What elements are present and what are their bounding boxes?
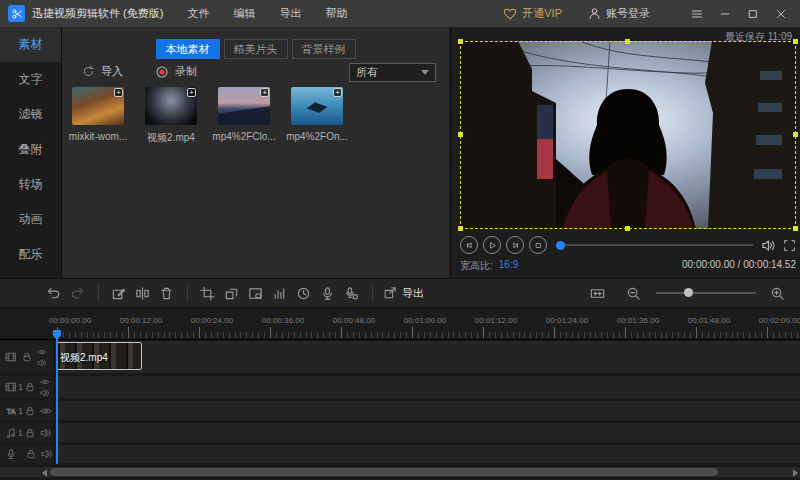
scale-button[interactable] bbox=[220, 282, 242, 304]
menu-help[interactable]: 帮助 bbox=[325, 6, 347, 21]
sidebar-item-media[interactable]: 素材 bbox=[0, 27, 61, 62]
sidebar-item-music[interactable]: 配乐 bbox=[0, 237, 61, 272]
sidebar-item-filter[interactable]: 滤镜 bbox=[0, 97, 61, 132]
seek-bar[interactable] bbox=[556, 241, 753, 250]
resize-handle[interactable] bbox=[458, 226, 463, 231]
mute-speaker-icon[interactable] bbox=[41, 448, 53, 460]
media-thumbnail[interactable]: + bbox=[145, 87, 197, 125]
play-button[interactable] bbox=[483, 236, 501, 254]
track-music-lane[interactable] bbox=[55, 423, 800, 442]
voice-change-icon bbox=[344, 286, 359, 301]
voice-change-button[interactable] bbox=[340, 282, 362, 304]
track-text-lane[interactable] bbox=[55, 401, 800, 420]
prev-frame-button[interactable] bbox=[460, 236, 478, 254]
resize-handle[interactable] bbox=[793, 132, 798, 137]
lock-icon[interactable] bbox=[25, 448, 37, 460]
add-to-timeline-icon[interactable]: + bbox=[187, 88, 196, 97]
minimize-icon bbox=[719, 8, 731, 20]
sidebar-item-animation[interactable]: 动画 bbox=[0, 202, 61, 237]
edit-clip-button[interactable] bbox=[107, 282, 129, 304]
visibility-eye-icon[interactable] bbox=[37, 347, 47, 357]
media-filter-dropdown[interactable]: 所有 bbox=[349, 63, 436, 82]
zoom-slider[interactable] bbox=[656, 292, 756, 294]
media-item[interactable]: + mp4%2FOn... bbox=[291, 87, 343, 145]
duration-button[interactable] bbox=[292, 282, 314, 304]
resize-handle[interactable] bbox=[625, 226, 630, 231]
maximize-button[interactable] bbox=[742, 5, 764, 23]
delete-button[interactable] bbox=[155, 282, 177, 304]
track-video: 视频2.mp4 bbox=[0, 341, 800, 373]
scale-icon bbox=[224, 286, 239, 301]
aspect-ratio-value[interactable]: 16:9 bbox=[499, 259, 518, 273]
visibility-eye-icon[interactable] bbox=[40, 405, 52, 417]
tab-local-media[interactable]: 本地素材 bbox=[156, 39, 220, 59]
scrollbar-thumb[interactable] bbox=[50, 468, 718, 476]
volume-icon[interactable] bbox=[761, 238, 776, 253]
media-thumbnail[interactable]: + bbox=[72, 87, 124, 125]
resize-handle[interactable] bbox=[625, 39, 630, 44]
media-item[interactable]: + 视频2.mp4 bbox=[145, 87, 197, 145]
timeline-clip[interactable]: 视频2.mp4 bbox=[57, 342, 142, 370]
split-button[interactable] bbox=[131, 282, 153, 304]
media-item[interactable]: + mp4%2FClo... bbox=[218, 87, 270, 145]
add-to-timeline-icon[interactable]: + bbox=[260, 88, 269, 97]
sidebar-item-text[interactable]: 文字 bbox=[0, 62, 61, 97]
sidebar-item-overlay[interactable]: 叠附 bbox=[0, 132, 61, 167]
track-overlay-lane[interactable] bbox=[55, 376, 800, 398]
menu-file[interactable]: 文件 bbox=[187, 6, 209, 21]
seek-track[interactable] bbox=[565, 244, 753, 246]
menu-edit[interactable]: 编辑 bbox=[233, 6, 255, 21]
export-button[interactable]: 导出 bbox=[383, 286, 424, 301]
timeline-panel: 00:00:00.00 00:00:12.00 00:00:24.00 00:0… bbox=[0, 310, 800, 480]
minimize-button[interactable] bbox=[714, 5, 736, 23]
lock-icon[interactable] bbox=[24, 427, 36, 439]
mute-speaker-icon[interactable] bbox=[40, 388, 50, 398]
zoom-out-button[interactable] bbox=[622, 282, 644, 304]
media-thumbnail[interactable]: + bbox=[218, 87, 270, 125]
tab-intro-templates[interactable]: 精美片头 bbox=[224, 39, 288, 59]
media-thumbnail[interactable]: + bbox=[291, 87, 343, 125]
resize-handle[interactable] bbox=[458, 132, 463, 137]
mosaic-button[interactable] bbox=[244, 282, 266, 304]
lock-icon[interactable] bbox=[21, 351, 33, 363]
stop-button[interactable] bbox=[529, 236, 547, 254]
seek-handle[interactable] bbox=[556, 241, 565, 250]
menu-export[interactable]: 导出 bbox=[279, 6, 301, 21]
mute-speaker-icon[interactable] bbox=[37, 358, 47, 368]
redo-button[interactable] bbox=[66, 282, 88, 304]
window-menu-button[interactable] bbox=[686, 5, 708, 23]
record-button[interactable]: 录制 bbox=[155, 64, 197, 79]
crop-button[interactable] bbox=[196, 282, 218, 304]
add-to-timeline-icon[interactable]: + bbox=[114, 88, 123, 97]
sidebar-item-transition[interactable]: 转场 bbox=[0, 167, 61, 202]
scroll-left-icon[interactable] bbox=[42, 469, 47, 477]
undo-button[interactable] bbox=[42, 282, 64, 304]
add-to-timeline-icon[interactable]: + bbox=[333, 88, 342, 97]
fit-timeline-button[interactable] bbox=[586, 282, 608, 304]
close-button[interactable] bbox=[770, 5, 792, 23]
visibility-eye-icon[interactable] bbox=[40, 377, 50, 387]
media-item[interactable]: + mixkit-wom... bbox=[72, 87, 124, 145]
mute-speaker-icon[interactable] bbox=[40, 427, 52, 439]
record-voice-button[interactable] bbox=[316, 282, 338, 304]
scroll-right-icon[interactable] bbox=[793, 469, 798, 477]
resize-handle[interactable] bbox=[458, 39, 463, 44]
zoom-in-button[interactable] bbox=[766, 282, 788, 304]
next-frame-button[interactable] bbox=[506, 236, 524, 254]
resize-handle[interactable] bbox=[793, 39, 798, 44]
account-login-button[interactable]: 账号登录 bbox=[588, 6, 650, 21]
lock-icon[interactable] bbox=[24, 381, 36, 393]
levels-button[interactable] bbox=[268, 282, 290, 304]
fullscreen-icon[interactable] bbox=[783, 239, 796, 252]
tab-background-samples[interactable]: 背景样例 bbox=[292, 39, 356, 59]
track-voice-lane[interactable] bbox=[55, 445, 800, 463]
timeline-scrollbar[interactable] bbox=[0, 466, 800, 477]
video-preview[interactable] bbox=[460, 41, 796, 229]
open-vip-button[interactable]: 开通VIP bbox=[503, 6, 562, 21]
track-video-lane[interactable] bbox=[55, 341, 800, 373]
zoom-slider-knob[interactable] bbox=[684, 288, 693, 297]
timeline-ruler[interactable]: 00:00:00.00 00:00:12.00 00:00:24.00 00:0… bbox=[0, 310, 800, 340]
resize-handle[interactable] bbox=[793, 226, 798, 231]
import-button[interactable]: 导入 bbox=[82, 64, 123, 79]
lock-icon[interactable] bbox=[24, 405, 36, 417]
